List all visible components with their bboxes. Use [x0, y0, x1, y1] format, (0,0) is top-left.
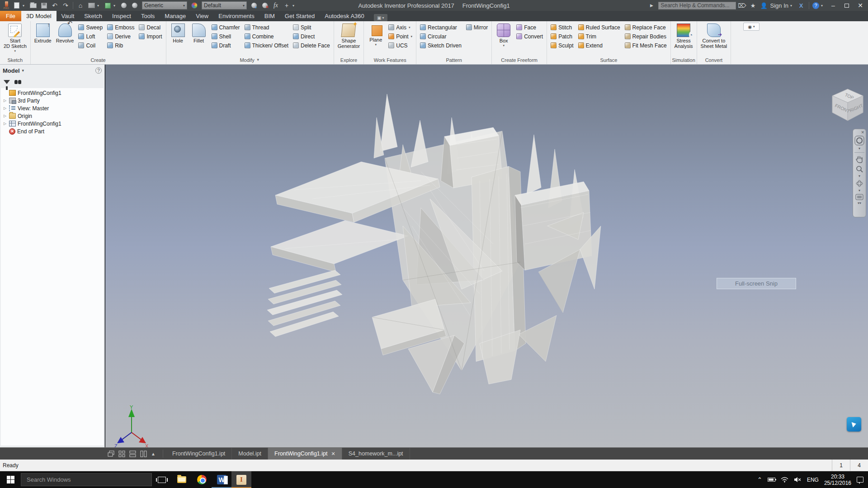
3d-model[interactable]	[267, 90, 606, 398]
color-wheel-icon[interactable]	[189, 1, 199, 10]
stress-analysis-button[interactable]: Stress Analysis	[673, 23, 695, 50]
start-button[interactable]	[0, 471, 21, 488]
delete-face-button[interactable]: Delete Face	[291, 41, 332, 50]
render-image-icon[interactable]	[86, 1, 96, 10]
doc-tab-close-icon[interactable]: ✕	[331, 451, 335, 457]
loft-button[interactable]: Loft	[76, 32, 104, 41]
ruled-surface-button[interactable]: Ruled Surface	[576, 23, 622, 32]
box-button[interactable]: Box▾	[494, 23, 514, 48]
open-icon[interactable]	[28, 1, 38, 10]
tab-inspect[interactable]: Inspect	[107, 11, 136, 21]
undo-icon[interactable]: ↶	[50, 1, 60, 10]
doc-tab-s4-homework-m-ipt[interactable]: S4_homework_m...ipt	[342, 448, 410, 460]
word-button[interactable]: W	[212, 471, 231, 488]
tab-get-started[interactable]: Get Started	[280, 11, 320, 21]
replace-face-button[interactable]: Replace Face	[623, 23, 669, 32]
zoom-dropdown-icon[interactable]: ▾	[859, 175, 860, 178]
rib-button[interactable]: Rib	[105, 41, 136, 50]
fit-mesh-face-button[interactable]: Fit Mesh Face	[623, 41, 669, 50]
tree-expander-icon[interactable]: ▷	[3, 99, 7, 103]
browser-title[interactable]: Model	[3, 67, 20, 74]
extrude-button[interactable]: Extrude	[33, 23, 53, 44]
zoom-icon[interactable]	[855, 165, 863, 173]
favorites-star-icon[interactable]: ★	[749, 2, 758, 9]
appearance-sphere-icon[interactable]	[130, 1, 140, 10]
language-indicator[interactable]: ENG	[807, 477, 819, 483]
sign-in-dropdown-icon[interactable]: ▾	[790, 4, 795, 8]
tray-expand-icon[interactable]: ⌃	[757, 476, 762, 483]
decal-button[interactable]: Decal	[137, 23, 164, 32]
home-icon[interactable]: ⌂	[75, 1, 85, 10]
revolve-button[interactable]: Revolve	[54, 23, 76, 44]
task-view-button[interactable]	[152, 471, 172, 488]
chevron-right-icon[interactable]: ▶	[647, 3, 656, 8]
tree-expander-icon[interactable]: ▷	[3, 106, 7, 110]
orbit-icon[interactable]	[855, 179, 863, 188]
add-qat-icon[interactable]: +	[282, 1, 292, 10]
view-cube[interactable]: TOP FRONT RIGHT	[827, 85, 868, 127]
ucs-button[interactable]: UCS	[387, 41, 414, 50]
material-spheres-icon[interactable]	[119, 1, 129, 10]
help-dropdown-icon[interactable]: ▾	[821, 4, 826, 8]
tab-tools[interactable]: Tools	[136, 11, 160, 21]
hole-button[interactable]: Hole	[168, 23, 188, 44]
volume-muted-icon[interactable]	[794, 477, 802, 483]
split-button[interactable]: Split	[291, 23, 332, 32]
point-button[interactable]: Point▾	[387, 32, 414, 41]
thicken-offset-button[interactable]: Thicken/ Offset	[243, 41, 290, 50]
emboss-button[interactable]: Emboss	[105, 23, 136, 32]
clock[interactable]: 20:33 25/12/2016	[824, 474, 851, 486]
tree-item-frontwingconfig1[interactable]: FrontWingConfig1	[1, 89, 104, 97]
qat-customize-dropdown-icon[interactable]: ▾	[292, 4, 297, 8]
navigation-bar[interactable]: ✕ ▾ ▾ ▾ ▾▾	[853, 129, 866, 217]
direct-button[interactable]: Direct	[291, 32, 332, 41]
sculpt-button[interactable]: Sculpt	[549, 41, 575, 50]
expand-tabs-icon[interactable]: ▲	[151, 451, 156, 456]
tab-environments[interactable]: Environments	[213, 11, 259, 21]
wifi-icon[interactable]	[781, 477, 788, 483]
tab-file[interactable]: File	[0, 11, 21, 21]
render-dropdown-icon[interactable]: ▾	[97, 4, 102, 8]
rectangular-button[interactable]: Rectangular	[418, 23, 463, 32]
taskbar-search-input[interactable]: Search Windows	[21, 473, 152, 486]
shape-generator-button[interactable]: Shape Generator	[336, 23, 362, 50]
navigation-wheel-icon[interactable]	[854, 136, 864, 145]
exchange-apps-icon[interactable]: X	[797, 2, 806, 9]
axis-button[interactable]: Axis▾	[387, 23, 414, 32]
browser-title-dropdown-icon[interactable]: ▾	[22, 68, 95, 73]
sweep-button[interactable]: Sweep	[76, 23, 104, 32]
restore-button[interactable]	[841, 1, 853, 10]
pan-hand-icon[interactable]	[855, 155, 863, 163]
mirror-button[interactable]: Mirror	[464, 23, 490, 32]
new-file-icon[interactable]	[12, 1, 22, 10]
start-2d-sketch-button[interactable]: Start 2D Sketch▾	[2, 23, 28, 54]
tree-item-view-master[interactable]: ▷View: Master	[1, 104, 104, 112]
doc-tab-frontwingconfig1-ipt[interactable]: FrontWingConfig1.ipt	[166, 448, 232, 460]
tile-vertical-icon[interactable]	[140, 450, 147, 457]
inventor-button[interactable]: I	[231, 471, 251, 488]
navbar-close-icon[interactable]: ✕	[861, 130, 864, 135]
tree-item-3rd-party[interactable]: ▷3rd Party	[1, 97, 104, 104]
draft-button[interactable]: Draft	[210, 41, 242, 50]
redo-icon[interactable]: ↷	[61, 1, 71, 10]
tab-view[interactable]: View	[191, 11, 213, 21]
select-tool-icon[interactable]	[103, 1, 113, 10]
chamfer-button[interactable]: Chamfer	[210, 23, 242, 32]
new-file-dropdown-icon[interactable]: ▾	[23, 4, 27, 8]
ribbon-collapse-button[interactable]: ◉▾	[743, 23, 760, 31]
tree-item-frontwingconfig1[interactable]: ▷FrontWingConfig1	[1, 120, 104, 127]
derive-button[interactable]: Derive	[105, 32, 136, 41]
coil-button[interactable]: Coil	[76, 41, 104, 50]
sketch-driven-button[interactable]: Sketch Driven	[418, 41, 463, 50]
tree-expander-icon[interactable]: ▷	[3, 114, 7, 118]
combine-button[interactable]: Combine	[243, 32, 290, 41]
clear-appearance-icon[interactable]	[260, 1, 270, 10]
plane-button[interactable]: Plane▾	[366, 23, 386, 47]
face-button[interactable]: Face	[514, 23, 545, 32]
parameters-fx-icon[interactable]: fx	[271, 1, 281, 10]
material-select[interactable]: Generic▾	[142, 1, 187, 9]
tile-windows-icon[interactable]	[118, 450, 125, 457]
help-icon[interactable]: ?	[812, 2, 819, 9]
thread-button[interactable]: Thread	[243, 23, 290, 32]
tab-bim[interactable]: BIM	[259, 11, 280, 21]
